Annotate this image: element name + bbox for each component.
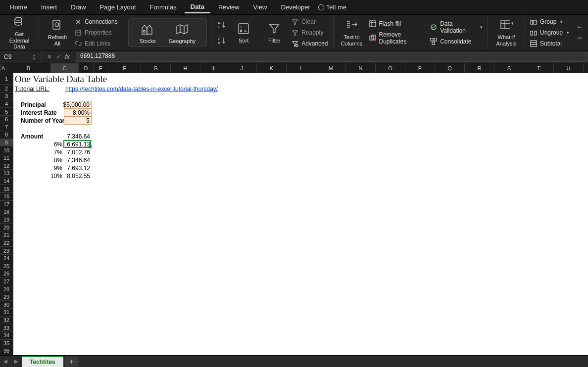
subtotal-button[interactable]: Subtotal: [530, 39, 569, 48]
get-external-data-button[interactable]: Get External Data: [5, 15, 34, 50]
worksheet-grid[interactable]: 1234567891011121314151617181920212223242…: [0, 73, 588, 355]
column-header-T[interactable]: T: [524, 63, 554, 73]
column-header-D[interactable]: D: [79, 63, 94, 73]
add-sheet-button[interactable]: +: [65, 357, 78, 367]
remove-duplicates-button[interactable]: Remove Duplicates: [369, 30, 427, 46]
sort-asc-button[interactable]: AZ: [217, 19, 226, 30]
cell-B13[interactable]: 10%: [19, 172, 64, 180]
column-header-C[interactable]: C: [51, 63, 79, 73]
row-header-14[interactable]: 14: [0, 178, 13, 185]
sheet-nav-prev[interactable]: ◀: [0, 359, 11, 364]
tab-view[interactable]: View: [247, 1, 273, 13]
cell-B10[interactable]: 7%: [19, 148, 64, 156]
group-button[interactable]: Group ▾: [530, 17, 569, 26]
row-header-4[interactable]: 4: [0, 100, 13, 108]
column-header-M[interactable]: M: [316, 63, 346, 73]
sheet-tab-active[interactable]: Techtites: [22, 356, 63, 367]
row-header-24[interactable]: 24: [0, 255, 13, 263]
cell-C10[interactable]: 7,012.76: [64, 148, 92, 156]
column-header-B[interactable]: B: [6, 63, 51, 73]
row-header-9[interactable]: 9: [0, 139, 13, 147]
row-header-23[interactable]: 23: [0, 247, 13, 255]
connections-button[interactable]: Connections: [75, 17, 118, 26]
column-header-G[interactable]: G: [141, 63, 171, 73]
tab-page-layout[interactable]: Page Layout: [94, 1, 142, 13]
row-header-34[interactable]: 34: [0, 332, 13, 340]
column-header-K[interactable]: K: [257, 63, 287, 73]
flash-fill-button[interactable]: Flash-fill: [369, 19, 427, 28]
row-header-15[interactable]: 15: [0, 185, 13, 193]
column-header-F[interactable]: F: [108, 63, 141, 73]
ungroup-button[interactable]: Ungroup ▾: [530, 28, 569, 37]
cell-B12[interactable]: 9%: [19, 164, 64, 172]
column-header-E[interactable]: E: [94, 63, 108, 73]
row-header-35[interactable]: 35: [0, 340, 13, 348]
tab-formulas[interactable]: Formulas: [144, 1, 183, 13]
cell-B5[interactable]: Interest Rate: [19, 109, 64, 117]
cell-B9[interactable]: 6%: [19, 140, 64, 148]
row-header-13[interactable]: 13: [0, 170, 13, 178]
sort-desc-button[interactable]: ZA: [217, 35, 226, 46]
name-box-stepper[interactable]: ▲▼: [30, 53, 39, 60]
tab-developer[interactable]: Developer: [275, 1, 316, 13]
row-header-20[interactable]: 20: [0, 224, 13, 231]
hide-detail-button[interactable]: [576, 35, 583, 42]
cell-B4[interactable]: Principal: [19, 101, 64, 109]
tell-me-search[interactable]: Tell me: [318, 3, 346, 11]
accept-formula-button[interactable]: ✓: [54, 53, 63, 60]
properties-button[interactable]: Properties: [75, 28, 118, 37]
cell-B6[interactable]: Number of Years: [19, 117, 64, 125]
row-header-7[interactable]: 7: [0, 123, 13, 131]
stocks-button[interactable]: Stocks: [140, 22, 156, 45]
row-header-31[interactable]: 31: [0, 309, 13, 317]
row-header-33[interactable]: 33: [0, 324, 13, 332]
row-header-17[interactable]: 17: [0, 201, 13, 209]
row-header-27[interactable]: 27: [0, 278, 13, 286]
row-header-29[interactable]: 29: [0, 293, 13, 301]
cells-area[interactable]: One Variable Data TableTutorial URL:http…: [13, 73, 588, 355]
row-header-26[interactable]: 26: [0, 270, 13, 278]
cell-A1[interactable]: One Variable Data Table: [13, 73, 211, 85]
fx-button[interactable]: fx: [63, 53, 72, 60]
column-header-S[interactable]: S: [494, 63, 524, 73]
row-header-6[interactable]: 6: [0, 116, 13, 124]
row-header-5[interactable]: 5: [0, 108, 13, 116]
column-header-I[interactable]: I: [200, 63, 227, 73]
column-header-U[interactable]: U: [554, 63, 584, 73]
cell-C6[interactable]: 5: [64, 117, 92, 125]
row-header-8[interactable]: 8: [0, 131, 13, 139]
column-header-A[interactable]: A: [0, 63, 6, 73]
column-header-O[interactable]: O: [376, 63, 405, 73]
column-header-R[interactable]: R: [465, 63, 494, 73]
tab-review[interactable]: Review: [212, 1, 245, 13]
cancel-formula-button[interactable]: ✕: [45, 53, 54, 60]
consolidate-button[interactable]: Consolidate: [430, 37, 483, 46]
row-header-3[interactable]: 3: [0, 92, 13, 100]
column-header-H[interactable]: H: [171, 63, 200, 73]
row-header-32[interactable]: 32: [0, 317, 13, 324]
column-header-L[interactable]: L: [287, 63, 316, 73]
cell-C8[interactable]: 7,346.64: [64, 133, 92, 140]
edit-links-button[interactable]: Edit Links: [75, 39, 118, 48]
column-header-Q[interactable]: Q: [435, 63, 465, 73]
cell-C2[interactable]: https://techtites.com/data-tables-in-exc…: [64, 85, 252, 93]
row-header-30[interactable]: 30: [0, 301, 13, 309]
sort-button[interactable]: ZA Sort: [230, 21, 257, 44]
column-header-P[interactable]: P: [405, 63, 435, 73]
name-box[interactable]: C9: [0, 53, 30, 60]
cell-C4[interactable]: $5,000.00: [64, 101, 92, 109]
cell-C12[interactable]: 7,693.12: [64, 164, 92, 172]
cell-C9[interactable]: 6,691.13: [64, 140, 92, 148]
tab-draw[interactable]: Draw: [65, 1, 92, 13]
row-header-1[interactable]: 1: [0, 73, 13, 85]
sheet-nav-next[interactable]: ▶: [11, 359, 22, 364]
refresh-all-button[interactable]: Refresh All: [44, 18, 71, 46]
row-header-11[interactable]: 11: [0, 154, 13, 162]
column-header-J[interactable]: J: [227, 63, 257, 73]
cell-C11[interactable]: 7,346.64: [64, 156, 92, 164]
row-header-19[interactable]: 19: [0, 216, 13, 224]
formula-input[interactable]: 6691.127888: [76, 52, 588, 62]
data-types-gallery[interactable]: Stocks Geography: [128, 18, 207, 47]
row-header-21[interactable]: 21: [0, 231, 13, 239]
text-to-columns-button[interactable]: Text to Columns: [339, 18, 365, 46]
